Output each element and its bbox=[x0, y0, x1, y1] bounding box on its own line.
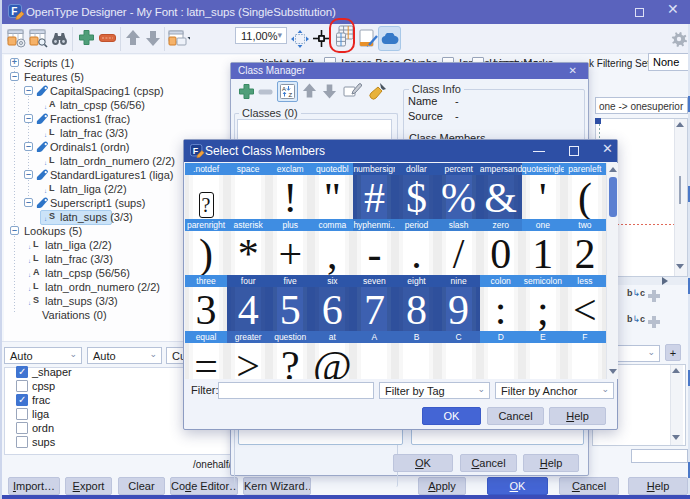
svg-text:Z: Z bbox=[289, 92, 293, 98]
svg-text:A: A bbox=[282, 86, 286, 92]
svg-text:F: F bbox=[193, 146, 199, 156]
svg-text:F: F bbox=[11, 6, 17, 17]
